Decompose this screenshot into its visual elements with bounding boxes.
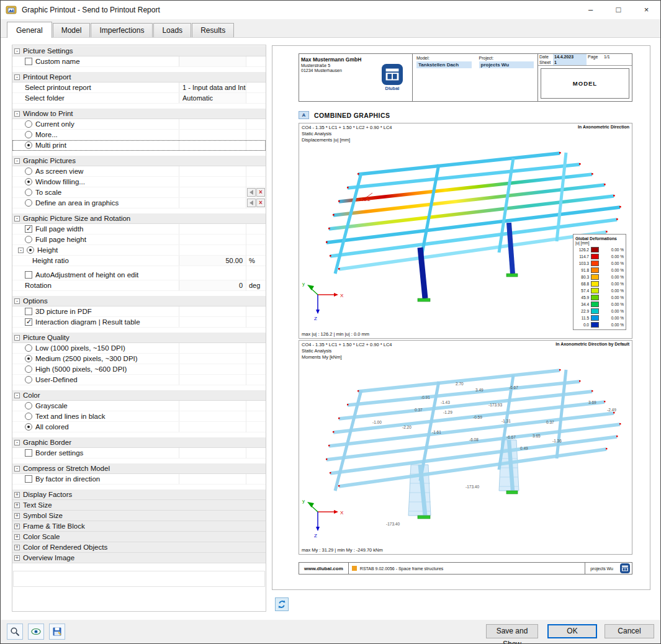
radio-icon[interactable] <box>25 178 32 186</box>
maximize-button[interactable]: □ <box>605 1 632 19</box>
radio-define-area[interactable]: Define an area in graphics × <box>12 198 266 208</box>
pick-area-button[interactable] <box>247 188 256 197</box>
checkbox-interaction-diagram[interactable]: Interaction diagram | Result table <box>12 317 266 328</box>
collapse-icon[interactable] <box>14 393 20 398</box>
height-ratio-input[interactable]: 50.00 <box>179 256 246 266</box>
find-settings-button[interactable] <box>7 624 23 640</box>
tab-model[interactable]: Model <box>53 23 91 37</box>
section-color-scale[interactable]: Color Scale <box>12 532 266 542</box>
radio-more[interactable]: More... <box>12 130 266 140</box>
checkbox-icon[interactable] <box>25 271 32 279</box>
expand-icon[interactable] <box>14 545 20 550</box>
expand-icon[interactable] <box>14 555 20 561</box>
radio-icon[interactable] <box>25 141 32 149</box>
collapse-icon[interactable] <box>14 111 20 117</box>
radio-window-filling[interactable]: Window filling... <box>12 177 266 187</box>
expand-icon[interactable] <box>14 492 20 498</box>
section-overview-image[interactable]: Overview Image <box>12 553 266 563</box>
minimize-button[interactable]: – <box>577 1 605 19</box>
tab-loads[interactable]: Loads <box>153 23 191 37</box>
radio-icon[interactable] <box>25 168 32 175</box>
radio-current-only[interactable]: Current only <box>12 119 266 130</box>
clear-area-button[interactable]: × <box>256 199 265 207</box>
radio-icon[interactable] <box>25 423 32 431</box>
section-header[interactable]: Color <box>12 390 266 401</box>
preview-options-button[interactable] <box>28 624 44 640</box>
select-folder-dropdown[interactable]: Automatic <box>179 93 246 103</box>
pick-area-button[interactable] <box>247 199 256 207</box>
checkbox-auto-adjust[interactable]: AutoAdjustment of height on edit <box>12 270 266 280</box>
expand-icon[interactable] <box>14 513 20 519</box>
section-symbol-size[interactable]: Symbol Size <box>12 511 266 521</box>
expand-icon[interactable] <box>14 524 20 529</box>
section-header[interactable]: Printout Report <box>12 72 266 83</box>
checkbox-3d-pdf[interactable]: 3D picture in PDF <box>12 306 266 317</box>
collapse-icon[interactable] <box>14 298 20 304</box>
section-header[interactable]: Graphic Pictures <box>12 156 266 166</box>
radio-icon[interactable] <box>25 365 32 373</box>
section-text-size[interactable]: Text Size <box>12 500 266 511</box>
checkbox-icon[interactable] <box>25 308 32 315</box>
collapse-icon[interactable] <box>14 440 20 445</box>
section-header[interactable]: Graphic Border <box>12 437 266 448</box>
section-header[interactable]: Picture Settings <box>12 46 266 56</box>
close-button[interactable]: × <box>632 1 660 19</box>
radio-icon[interactable] <box>25 189 32 196</box>
section-header[interactable]: Graphic Picture Size and Rotation <box>12 213 266 224</box>
radio-multi-print[interactable]: Multi print <box>12 140 266 151</box>
tab-results[interactable]: Results <box>192 23 234 37</box>
radio-icon[interactable] <box>25 402 32 409</box>
collapse-icon[interactable] <box>18 248 24 253</box>
checkbox-icon[interactable] <box>25 475 32 483</box>
checkbox-icon[interactable] <box>25 58 32 65</box>
expand-icon[interactable] <box>14 534 20 540</box>
tab-imperfections[interactable]: Imperfections <box>91 23 153 37</box>
checkbox-icon[interactable] <box>25 449 32 457</box>
radio-icon[interactable] <box>25 376 32 383</box>
section-header[interactable]: Picture Quality <box>12 333 266 343</box>
expand-icon[interactable] <box>14 503 20 508</box>
collapse-icon[interactable] <box>14 335 20 341</box>
custom-name-input[interactable] <box>179 56 246 66</box>
radio-icon[interactable] <box>25 413 32 420</box>
select-report-dropdown[interactable]: 1 - Input data and Inter... <box>179 83 246 92</box>
radio-text-black[interactable]: Text and lines in black <box>12 411 266 422</box>
radio-to-scale[interactable]: To scale × <box>12 187 266 198</box>
radio-quality-medium[interactable]: Medium (2500 pixels, ~300 DPI) <box>12 354 266 364</box>
radio-all-colored[interactable]: All colored <box>12 422 266 432</box>
rotation-input[interactable]: 0 <box>179 280 246 290</box>
radio-quality-high[interactable]: High (5000 pixels, ~600 DPI) <box>12 364 266 375</box>
radio-icon[interactable] <box>25 120 32 128</box>
section-display-factors[interactable]: Display Factors <box>12 490 266 500</box>
section-frame-title-block[interactable]: Frame & Title Block <box>12 521 266 532</box>
collapse-icon[interactable] <box>14 74 20 80</box>
collapse-icon[interactable] <box>14 466 20 472</box>
radio-quality-user[interactable]: User-Defined <box>12 375 266 385</box>
custom-name-row[interactable]: Custom name <box>12 56 266 67</box>
save-defaults-button[interactable] <box>49 624 65 640</box>
collapse-icon[interactable] <box>14 48 20 54</box>
radio-icon[interactable] <box>25 199 32 207</box>
radio-icon[interactable] <box>25 131 32 138</box>
radio-icon[interactable] <box>25 236 32 243</box>
cancel-button[interactable]: Cancel <box>605 624 654 638</box>
radio-icon[interactable] <box>25 344 32 352</box>
checkbox-icon[interactable] <box>25 225 32 233</box>
radio-grayscale[interactable]: Grayscale <box>12 401 266 411</box>
section-header[interactable]: Options <box>12 296 266 306</box>
radio-full-page-height[interactable]: Full page height <box>12 235 266 245</box>
tab-general[interactable]: General <box>7 22 52 38</box>
radio-height[interactable]: Height <box>12 245 266 256</box>
radio-icon[interactable] <box>25 355 32 362</box>
clear-area-button[interactable]: × <box>256 188 265 197</box>
checkbox-by-factor[interactable]: By factor in direction <box>12 474 266 485</box>
ok-button[interactable]: OK <box>547 624 597 638</box>
checkbox-border-settings[interactable]: Border settings <box>12 448 266 458</box>
checkbox-icon[interactable] <box>25 318 32 326</box>
save-and-show-button[interactable]: Save and Show <box>486 624 538 638</box>
radio-quality-low[interactable]: Low (1000 pixels, ~150 DPI) <box>12 343 266 354</box>
collapse-icon[interactable] <box>14 216 20 221</box>
radio-as-screen-view[interactable]: As screen view <box>12 166 266 177</box>
refresh-preview-button[interactable] <box>275 597 289 611</box>
checkbox-full-page-width[interactable]: Full page width <box>12 224 266 235</box>
